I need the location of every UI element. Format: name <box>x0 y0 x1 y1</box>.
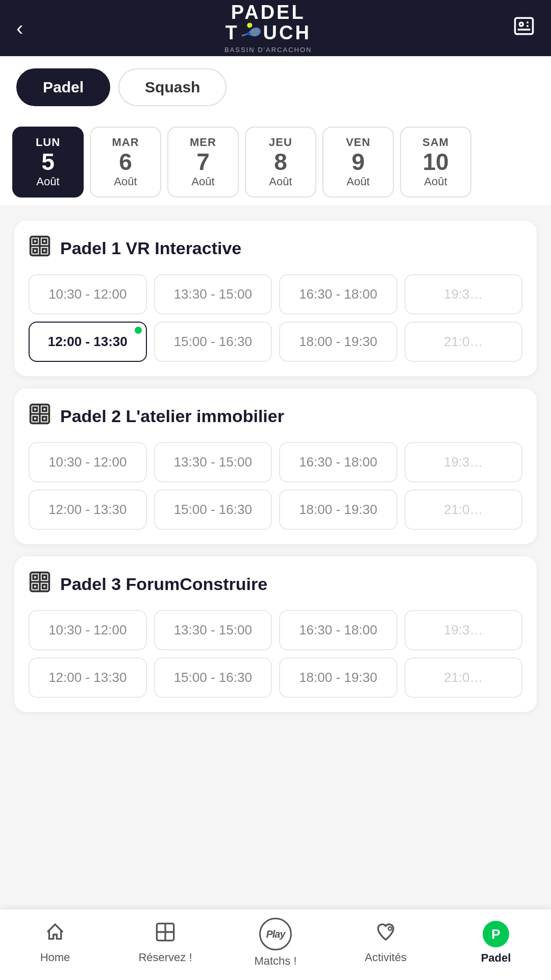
activites-icon <box>375 922 396 947</box>
svg-rect-6 <box>43 239 46 243</box>
logo-line1: PADEL <box>231 3 306 22</box>
slots-row2-court2: 12:00 - 13:30 15:00 - 16:30 18:00 - 19:3… <box>29 489 522 530</box>
main-content: Padel 1 VR Interactive 10:30 - 12:00 13:… <box>0 206 551 773</box>
slot[interactable]: 13:30 - 15:00 <box>154 610 272 650</box>
availability-dot <box>135 327 142 334</box>
nav-padel[interactable]: P Padel <box>455 921 537 965</box>
slot[interactable]: 12:00 - 13:30 <box>29 657 147 698</box>
slot[interactable]: 13:30 - 15:00 <box>154 274 272 314</box>
svg-rect-15 <box>43 416 46 420</box>
day-ven9[interactable]: VEN 9 Août <box>322 127 394 198</box>
slot-partial[interactable]: 19:3… <box>405 610 523 650</box>
slot[interactable]: 18:00 - 19:30 <box>279 322 397 362</box>
slot-partial[interactable]: 19:3… <box>405 442 523 482</box>
slots-row2-court1: 12:00 - 13:30 15:00 - 16:30 18:00 - 19:3… <box>29 322 522 362</box>
nav-reservez[interactable]: Réservez ! <box>124 922 206 964</box>
court-name-1: Padel 1 VR Interactive <box>60 238 241 258</box>
svg-rect-21 <box>33 584 37 588</box>
slot[interactable]: 16:30 - 18:00 <box>279 274 397 314</box>
slot[interactable]: 15:00 - 16:30 <box>154 489 272 530</box>
court-card-3: Padel 3 ForumConstruire 10:30 - 12:00 13… <box>14 556 537 712</box>
bottom-nav: Home Réservez ! Play Matchs ! Activités … <box>0 909 551 980</box>
slots-row1-court3: 10:30 - 12:00 13:30 - 15:00 16:30 - 18:0… <box>29 610 522 650</box>
nav-activites[interactable]: Activités <box>345 922 427 964</box>
slot[interactable]: 12:00 - 13:30 <box>29 489 147 530</box>
svg-rect-12 <box>33 407 37 411</box>
svg-rect-14 <box>33 416 37 420</box>
slot[interactable]: 15:00 - 16:30 <box>154 657 272 698</box>
slots-row1-court1: 10:30 - 12:00 13:30 - 15:00 16:30 - 18:0… <box>29 274 522 314</box>
header: ‹ PADEL T 🎾 UCH BASSIN D'ARCACHON <box>0 0 551 56</box>
svg-rect-22 <box>43 584 46 588</box>
slot[interactable]: 18:00 - 19:30 <box>279 489 397 530</box>
slot-partial[interactable]: 21:0… <box>405 322 523 362</box>
svg-rect-0 <box>515 18 533 34</box>
court-icon-1 <box>29 235 51 262</box>
svg-rect-20 <box>43 575 46 579</box>
slots-row2-court3: 12:00 - 13:30 15:00 - 16:30 18:00 - 19:3… <box>29 657 522 698</box>
logo-subtitle: BASSIN D'ARCACHON <box>224 46 312 54</box>
svg-rect-8 <box>43 249 46 252</box>
court-icon-3 <box>29 571 51 598</box>
slot-partial[interactable]: 21:0… <box>405 657 523 698</box>
slot[interactable]: 15:00 - 16:30 <box>154 322 272 362</box>
home-icon <box>45 922 65 947</box>
nav-matchs-label: Matchs ! <box>254 954 296 968</box>
back-button[interactable]: ‹ <box>16 17 23 40</box>
slot[interactable]: 18:00 - 19:30 <box>279 657 397 698</box>
logo-line2: T <box>225 22 239 44</box>
day-mer7[interactable]: MER 7 Août <box>167 127 239 198</box>
svg-rect-5 <box>33 239 37 243</box>
slots-row1-court2: 10:30 - 12:00 13:30 - 15:00 16:30 - 18:0… <box>29 442 522 482</box>
svg-rect-13 <box>43 407 46 411</box>
svg-rect-7 <box>33 249 37 252</box>
slot-partial[interactable]: 19:3… <box>405 274 523 314</box>
sport-tab-padel[interactable]: Padel <box>16 68 110 106</box>
court-card-2: Padel 2 L'atelier immobilier 10:30 - 12:… <box>14 388 537 544</box>
svg-point-26 <box>388 927 392 930</box>
day-lun5[interactable]: LUN 5 Août <box>12 127 84 198</box>
avatar: P <box>483 921 509 947</box>
slot-partial[interactable]: 21:0… <box>405 489 523 530</box>
slot[interactable]: 16:30 - 18:00 <box>279 442 397 482</box>
slot[interactable]: 10:30 - 12:00 <box>29 274 147 314</box>
slot[interactable]: 16:30 - 18:00 <box>279 610 397 650</box>
reservez-icon <box>155 922 176 947</box>
day-jeu8[interactable]: JEU 8 Août <box>245 127 316 198</box>
court-name-3: Padel 3 ForumConstruire <box>60 574 267 594</box>
nav-home-label: Home <box>40 951 70 964</box>
nav-reservez-label: Réservez ! <box>138 951 192 964</box>
slot[interactable]: 10:30 - 12:00 <box>29 442 147 482</box>
logo: PADEL T 🎾 UCH BASSIN D'ARCACHON <box>224 3 312 54</box>
slot-selected[interactable]: 12:00 - 13:30 <box>29 322 147 362</box>
nav-home[interactable]: Home <box>14 922 96 964</box>
logo-line2b: UCH <box>263 22 311 44</box>
day-selector: LUN 5 Août MAR 6 Août MER 7 Août JEU 8 A… <box>0 118 551 206</box>
court-header-2: Padel 2 L'atelier immobilier <box>29 403 522 430</box>
court-card-1: Padel 1 VR Interactive 10:30 - 12:00 13:… <box>14 220 537 376</box>
sport-tabs: Padel Squash <box>0 56 551 118</box>
day-mar6[interactable]: MAR 6 Août <box>90 127 161 198</box>
court-icon-2 <box>29 403 51 430</box>
nav-activites-label: Activités <box>365 951 407 964</box>
racket-icon: 🎾 <box>239 21 263 44</box>
nav-matchs[interactable]: Play Matchs ! <box>235 918 316 968</box>
nav-padel-label: Padel <box>481 951 511 965</box>
slot[interactable]: 13:30 - 15:00 <box>154 442 272 482</box>
play-icon: Play <box>259 918 292 950</box>
court-header-3: Padel 3 ForumConstruire <box>29 571 522 598</box>
court-header-1: Padel 1 VR Interactive <box>29 235 522 262</box>
court-name-2: Padel 2 L'atelier immobilier <box>60 406 284 426</box>
profile-button[interactable] <box>513 15 535 41</box>
svg-rect-19 <box>33 575 37 579</box>
svg-point-1 <box>519 22 523 26</box>
slot[interactable]: 10:30 - 12:00 <box>29 610 147 650</box>
sport-tab-squash[interactable]: Squash <box>118 68 227 106</box>
day-sam10[interactable]: SAM 10 Août <box>400 127 471 198</box>
